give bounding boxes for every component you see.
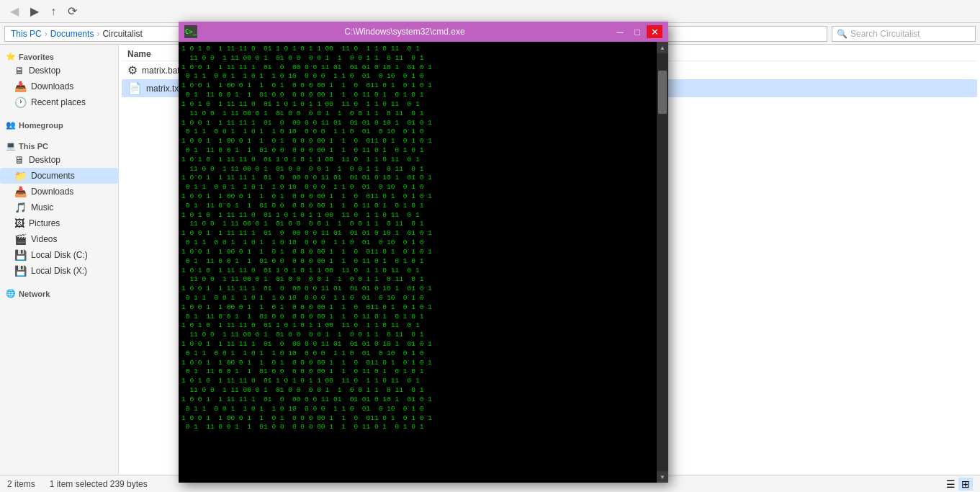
cmd-scrollbar[interactable]: ▲ ▼ [657, 42, 668, 483]
thispc-icon: 💻 [6, 141, 16, 151]
sidebar-item-local-x[interactable]: 💾 Local Disk (X:) [0, 263, 118, 279]
sidebar-item-label: Desktop [29, 66, 60, 76]
cmd-scroll-down[interactable]: ▼ [657, 471, 668, 483]
sidebar-homegroup-header[interactable]: 👥 Homegroup [0, 116, 118, 131]
sidebar-item-label: Documents [31, 171, 75, 181]
cmd-close-button[interactable]: ✕ [647, 25, 662, 38]
view-controls: ☰ ⊞ [946, 478, 973, 491]
search-box[interactable]: 🔍 Search Circuitalist [832, 26, 976, 42]
desktop-pc-icon: 🖥 [14, 154, 24, 166]
selected-info: 1 item selected 239 bytes [50, 479, 148, 489]
homegroup-icon: 👥 [6, 120, 16, 130]
sidebar-item-music[interactable]: 🎵 Music [0, 200, 118, 215]
sidebar-item-downloads-pc[interactable]: 📥 Downloads [0, 184, 118, 200]
txt-file-icon: 📄 [127, 81, 142, 95]
path-circuitalist: Circuitalist [102, 29, 142, 39]
path-this-pc[interactable]: This PC [11, 29, 42, 39]
back-button[interactable]: ◀ [6, 3, 23, 19]
star-icon: ⭐ [6, 52, 16, 61]
sidebar-item-label: Downloads [31, 187, 73, 197]
file-name: matrix.bat [142, 66, 180, 76]
documents-icon: 📁 [14, 170, 27, 182]
network-icon: 🌐 [6, 289, 16, 298]
bat-file-icon: ⚙ [127, 63, 138, 77]
sidebar-item-label: Videos [31, 234, 57, 244]
sidebar-item-label: Local Disk (C:) [31, 250, 88, 260]
music-icon: 🎵 [14, 202, 27, 213]
desktop-icon: 🖥 [14, 65, 24, 76]
sidebar-item-pictures[interactable]: 🖼 Pictures [0, 215, 118, 231]
refresh-button[interactable]: ⟳ [63, 3, 81, 19]
cmd-scroll-up[interactable]: ▲ [657, 42, 668, 53]
sidebar-item-desktop-fav[interactable]: 🖥 Desktop [0, 63, 118, 79]
forward-button[interactable]: ▶ [26, 3, 43, 19]
homegroup-label: Homegroup [19, 121, 63, 130]
disk-x-icon: 💾 [14, 265, 27, 277]
downloads-icon: 📥 [14, 81, 27, 92]
sidebar-item-videos[interactable]: 🎬 Videos [0, 231, 118, 247]
sidebar-item-local-c[interactable]: 💾 Local Disk (C:) [0, 247, 118, 263]
sidebar-item-label: Recent places [31, 97, 86, 107]
sidebar-item-recent[interactable]: 🕐 Recent places [0, 94, 118, 110]
sidebar-item-label: Downloads [31, 81, 73, 91]
sidebar-item-downloads-fav[interactable]: 📥 Downloads [0, 79, 118, 94]
sidebar-item-label: Desktop [29, 155, 60, 165]
network-label: Network [19, 290, 50, 298]
toolbar: ◀ ▶ ↑ ⟳ [0, 0, 980, 23]
sidebar-item-desktop-pc[interactable]: 🖥 Desktop [0, 152, 118, 168]
cmd-titlebar: C>_ C:\Windows\system32\cmd.exe ─ □ ✕ [179, 22, 668, 42]
sidebar: ⭐ Favorites 🖥 Desktop 📥 Downloads 🕐 Rece… [0, 45, 119, 475]
sidebar-network-header[interactable]: 🌐 Network [0, 285, 118, 300]
cmd-body: 1 0 1 0 1 11 11 0 01 1 0 1 0 1 1 00 11 0… [179, 42, 668, 483]
view-list-button[interactable]: ☰ [946, 478, 956, 491]
videos-icon: 🎬 [14, 233, 27, 245]
cmd-maximize-button[interactable]: □ [629, 25, 645, 38]
search-icon: 🔍 [837, 29, 848, 39]
path-documents[interactable]: Documents [50, 29, 94, 39]
cmd-matrix-text: 1 0 1 0 1 11 11 0 01 1 0 1 0 1 1 00 11 0… [181, 45, 654, 432]
sidebar-favorites-header[interactable]: ⭐ Favorites [0, 48, 118, 63]
cmd-scroll-thumb[interactable] [658, 71, 667, 114]
pictures-icon: 🖼 [14, 218, 24, 229]
sidebar-item-label: Pictures [29, 218, 60, 228]
recent-icon: 🕐 [14, 97, 27, 108]
cmd-app-icon: C>_ [184, 25, 197, 38]
cmd-title: C:\Windows\system32\cmd.exe [202, 27, 608, 37]
sidebar-item-label: Music [31, 202, 53, 213]
item-count: 2 items [7, 479, 35, 489]
cmd-minimize-button[interactable]: ─ [612, 25, 628, 38]
sidebar-thispc-header[interactable]: 💻 This PC [0, 137, 118, 152]
file-name: matrix.txt [146, 84, 181, 94]
view-grid-button[interactable]: ⊞ [958, 478, 973, 491]
path-sep2: › [96, 29, 99, 39]
favorites-label: Favorites [19, 53, 54, 61]
cmd-window-controls: ─ □ ✕ [612, 25, 662, 38]
path-sep1: › [45, 29, 48, 39]
downloads-pc-icon: 📥 [14, 186, 27, 197]
up-button[interactable]: ↑ [46, 4, 60, 19]
disk-c-icon: 💾 [14, 249, 27, 261]
cmd-content[interactable]: 1 0 1 0 1 11 11 0 01 1 0 1 0 1 1 00 11 0… [179, 42, 657, 483]
sidebar-item-label: Local Disk (X:) [31, 266, 87, 276]
thispc-label: This PC [19, 142, 48, 151]
sidebar-item-documents[interactable]: 📁 Documents [0, 168, 118, 184]
search-placeholder: Search Circuitalist [850, 29, 920, 39]
cmd-window: C>_ C:\Windows\system32\cmd.exe ─ □ ✕ 1 … [179, 22, 668, 483]
